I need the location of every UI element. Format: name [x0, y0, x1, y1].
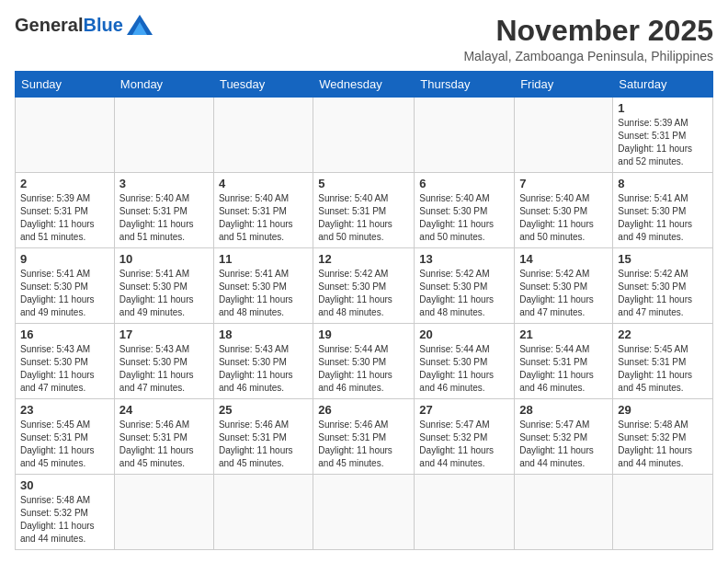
- day-info: Sunrise: 5:46 AM Sunset: 5:31 PM Dayligh…: [318, 419, 409, 470]
- day-number: 14: [519, 252, 608, 266]
- day-info: Sunrise: 5:39 AM Sunset: 5:31 PM Dayligh…: [20, 192, 109, 244]
- day-number: 15: [618, 252, 708, 266]
- day-number: 23: [20, 403, 109, 417]
- day-info: Sunrise: 5:43 AM Sunset: 5:30 PM Dayligh…: [119, 343, 209, 395]
- calendar-cell: 8Sunrise: 5:41 AM Sunset: 5:30 PM Daylig…: [613, 173, 713, 248]
- day-info: Sunrise: 5:45 AM Sunset: 5:31 PM Dayligh…: [20, 419, 109, 470]
- calendar-cell: 16Sunrise: 5:43 AM Sunset: 5:30 PM Dayli…: [16, 324, 115, 399]
- header: General Blue November 2025 Malayal, Zamb…: [15, 15, 713, 63]
- calendar-cell: 17Sunrise: 5:43 AM Sunset: 5:30 PM Dayli…: [114, 324, 213, 399]
- calendar-cell: 6Sunrise: 5:40 AM Sunset: 5:30 PM Daylig…: [415, 173, 515, 248]
- calendar-cell: 12Sunrise: 5:42 AM Sunset: 5:30 PM Dayli…: [313, 248, 415, 324]
- calendar-cell: 30Sunrise: 5:48 AM Sunset: 5:32 PM Dayli…: [16, 475, 115, 550]
- calendar-cell: 21Sunrise: 5:44 AM Sunset: 5:31 PM Dayli…: [515, 324, 613, 399]
- calendar-cell: 1Sunrise: 5:39 AM Sunset: 5:31 PM Daylig…: [613, 98, 713, 173]
- calendar-cell: 25Sunrise: 5:46 AM Sunset: 5:31 PM Dayli…: [213, 399, 313, 475]
- calendar-cell: 2Sunrise: 5:39 AM Sunset: 5:31 PM Daylig…: [16, 173, 115, 248]
- day-info: Sunrise: 5:40 AM Sunset: 5:31 PM Dayligh…: [318, 192, 409, 244]
- day-number: 5: [318, 177, 409, 190]
- calendar-week-1: 1Sunrise: 5:39 AM Sunset: 5:31 PM Daylig…: [16, 98, 713, 173]
- day-info: Sunrise: 5:39 AM Sunset: 5:31 PM Dayligh…: [618, 117, 708, 168]
- day-info: Sunrise: 5:40 AM Sunset: 5:31 PM Dayligh…: [219, 192, 308, 244]
- day-number: 21: [519, 327, 608, 341]
- day-number: 17: [119, 327, 209, 341]
- day-number: 6: [419, 177, 509, 190]
- calendar-cell: 19Sunrise: 5:44 AM Sunset: 5:30 PM Dayli…: [313, 324, 415, 399]
- calendar-cell: 29Sunrise: 5:48 AM Sunset: 5:32 PM Dayli…: [613, 399, 713, 475]
- calendar-cell: [313, 475, 415, 550]
- day-number: 4: [219, 177, 308, 190]
- calendar-cell: [415, 475, 515, 550]
- calendar-cell: 5Sunrise: 5:40 AM Sunset: 5:31 PM Daylig…: [313, 173, 415, 248]
- day-of-week-friday: Friday: [515, 72, 613, 98]
- calendar-cell: [313, 98, 415, 173]
- calendar-cell: 7Sunrise: 5:40 AM Sunset: 5:30 PM Daylig…: [515, 173, 613, 248]
- day-number: 10: [119, 252, 209, 266]
- calendar-cell: [515, 475, 613, 550]
- day-of-week-sunday: Sunday: [16, 72, 115, 98]
- day-info: Sunrise: 5:41 AM Sunset: 5:30 PM Dayligh…: [20, 268, 109, 319]
- calendar-cell: 9Sunrise: 5:41 AM Sunset: 5:30 PM Daylig…: [16, 248, 115, 324]
- day-number: 9: [20, 252, 109, 266]
- calendar-cell: 3Sunrise: 5:40 AM Sunset: 5:31 PM Daylig…: [114, 173, 213, 248]
- location-subtitle: Malayal, Zamboanga Peninsula, Philippine…: [463, 49, 713, 63]
- calendar-cell: 24Sunrise: 5:46 AM Sunset: 5:31 PM Dayli…: [114, 399, 213, 475]
- day-info: Sunrise: 5:41 AM Sunset: 5:30 PM Dayligh…: [219, 268, 308, 319]
- calendar-week-4: 16Sunrise: 5:43 AM Sunset: 5:30 PM Dayli…: [16, 324, 713, 399]
- day-number: 12: [318, 252, 409, 266]
- day-number: 20: [419, 327, 509, 341]
- calendar-cell: 18Sunrise: 5:43 AM Sunset: 5:30 PM Dayli…: [213, 324, 313, 399]
- calendar-body: 1Sunrise: 5:39 AM Sunset: 5:31 PM Daylig…: [16, 98, 713, 550]
- calendar-header: SundayMondayTuesdayWednesdayThursdayFrid…: [16, 72, 713, 98]
- month-title: November 2025: [463, 15, 713, 47]
- day-info: Sunrise: 5:42 AM Sunset: 5:30 PM Dayligh…: [519, 268, 608, 319]
- day-info: Sunrise: 5:43 AM Sunset: 5:30 PM Dayligh…: [20, 343, 109, 395]
- day-number: 30: [20, 478, 109, 492]
- day-number: 1: [618, 101, 708, 115]
- day-number: 18: [219, 327, 308, 341]
- title-area: November 2025 Malayal, Zamboanga Peninsu…: [463, 15, 713, 63]
- calendar-cell: 4Sunrise: 5:40 AM Sunset: 5:31 PM Daylig…: [213, 173, 313, 248]
- logo: General Blue: [15, 15, 153, 35]
- logo-blue-text: Blue: [83, 16, 122, 34]
- calendar-cell: 23Sunrise: 5:45 AM Sunset: 5:31 PM Dayli…: [16, 399, 115, 475]
- day-of-week-monday: Monday: [114, 72, 213, 98]
- calendar-cell: 22Sunrise: 5:45 AM Sunset: 5:31 PM Dayli…: [613, 324, 713, 399]
- day-number: 19: [318, 327, 409, 341]
- calendar-week-3: 9Sunrise: 5:41 AM Sunset: 5:30 PM Daylig…: [16, 248, 713, 324]
- day-info: Sunrise: 5:42 AM Sunset: 5:30 PM Dayligh…: [419, 268, 509, 319]
- day-info: Sunrise: 5:42 AM Sunset: 5:30 PM Dayligh…: [618, 268, 708, 319]
- day-number: 16: [20, 327, 109, 341]
- day-info: Sunrise: 5:46 AM Sunset: 5:31 PM Dayligh…: [219, 419, 308, 470]
- calendar: SundayMondayTuesdayWednesdayThursdayFrid…: [15, 71, 713, 550]
- day-info: Sunrise: 5:48 AM Sunset: 5:32 PM Dayligh…: [20, 494, 109, 546]
- calendar-week-5: 23Sunrise: 5:45 AM Sunset: 5:31 PM Dayli…: [16, 399, 713, 475]
- day-number: 22: [618, 327, 708, 341]
- calendar-cell: 13Sunrise: 5:42 AM Sunset: 5:30 PM Dayli…: [415, 248, 515, 324]
- calendar-cell: [515, 98, 613, 173]
- day-number: 2: [20, 177, 109, 190]
- day-number: 3: [119, 177, 209, 190]
- day-info: Sunrise: 5:40 AM Sunset: 5:30 PM Dayligh…: [419, 192, 509, 244]
- calendar-cell: 15Sunrise: 5:42 AM Sunset: 5:30 PM Dayli…: [613, 248, 713, 324]
- calendar-cell: 27Sunrise: 5:47 AM Sunset: 5:32 PM Dayli…: [415, 399, 515, 475]
- day-info: Sunrise: 5:45 AM Sunset: 5:31 PM Dayligh…: [618, 343, 708, 395]
- day-info: Sunrise: 5:47 AM Sunset: 5:32 PM Dayligh…: [419, 419, 509, 470]
- day-info: Sunrise: 5:44 AM Sunset: 5:30 PM Dayligh…: [318, 343, 409, 395]
- day-info: Sunrise: 5:40 AM Sunset: 5:30 PM Dayligh…: [519, 192, 608, 244]
- logo-general-text: General: [15, 16, 83, 34]
- day-number: 27: [419, 403, 509, 417]
- calendar-cell: 28Sunrise: 5:47 AM Sunset: 5:32 PM Dayli…: [515, 399, 613, 475]
- day-info: Sunrise: 5:41 AM Sunset: 5:30 PM Dayligh…: [618, 192, 708, 244]
- calendar-cell: [415, 98, 515, 173]
- day-of-week-thursday: Thursday: [415, 72, 515, 98]
- day-number: 24: [119, 403, 209, 417]
- calendar-cell: 11Sunrise: 5:41 AM Sunset: 5:30 PM Dayli…: [213, 248, 313, 324]
- day-number: 13: [419, 252, 509, 266]
- calendar-week-6: 30Sunrise: 5:48 AM Sunset: 5:32 PM Dayli…: [16, 475, 713, 550]
- calendar-cell: 20Sunrise: 5:44 AM Sunset: 5:30 PM Dayli…: [415, 324, 515, 399]
- day-info: Sunrise: 5:48 AM Sunset: 5:32 PM Dayligh…: [618, 419, 708, 470]
- day-info: Sunrise: 5:47 AM Sunset: 5:32 PM Dayligh…: [519, 419, 608, 470]
- calendar-cell: [114, 98, 213, 173]
- day-number: 28: [519, 403, 608, 417]
